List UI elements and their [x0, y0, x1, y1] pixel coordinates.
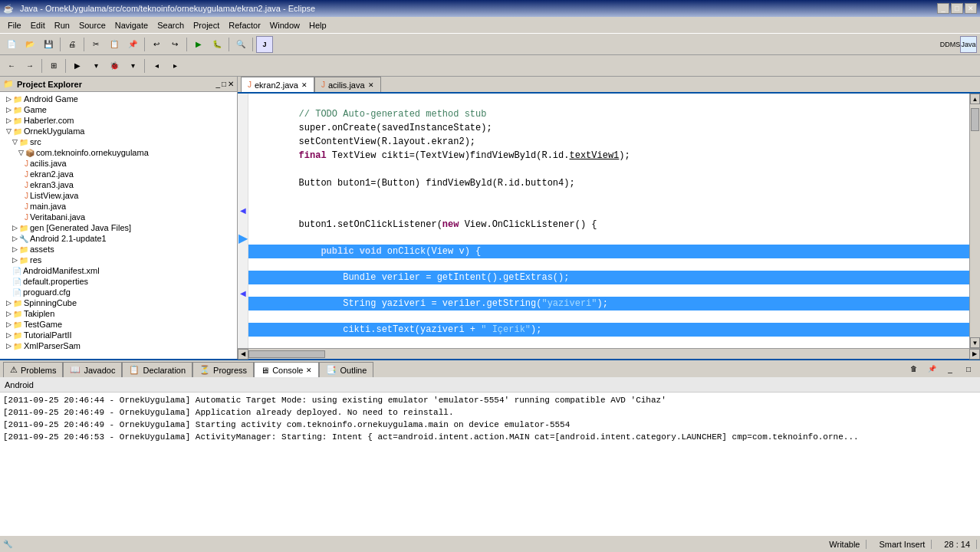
- tree-item-veritabani[interactable]: J Veritabani.java: [0, 212, 237, 222]
- menu-file[interactable]: File: [3, 19, 26, 31]
- scroll-down-button[interactable]: ▼: [970, 337, 980, 348]
- tree-item-res[interactable]: ▷ 📁 res: [0, 255, 237, 265]
- menu-window[interactable]: Window: [265, 19, 304, 31]
- console-minimize-button[interactable]: _: [942, 360, 959, 377]
- expand-icon: ▷: [6, 299, 12, 307]
- tree-item-xmlparsersam[interactable]: ▷ 📁 XmlParserSam: [0, 340, 237, 351]
- menu-navigate[interactable]: Navigate: [110, 19, 153, 31]
- tab-progress[interactable]: ⏳ Progress: [192, 362, 254, 377]
- run-button[interactable]: ▶: [190, 36, 207, 53]
- tree-label: main.java: [30, 202, 66, 211]
- tab-close-console[interactable]: ✕: [306, 366, 312, 374]
- cut-button[interactable]: ✂: [87, 36, 104, 53]
- console-content: [2011-09-25 20:46:44 - OrnekUygulama] Au…: [0, 393, 980, 535]
- horizontal-scrollbar[interactable]: ◀ ▶: [238, 348, 980, 359]
- hierarchy-button[interactable]: ⊞: [45, 58, 62, 74]
- menu-source[interactable]: Source: [74, 19, 110, 31]
- scroll-left-button[interactable]: ◀: [238, 349, 248, 360]
- code-editor[interactable]: ◀ ▶ ◀ // TODO Auto-generated method stub…: [238, 94, 980, 348]
- h-scroll-track[interactable]: [248, 350, 969, 358]
- debug-drop-button[interactable]: ▾: [124, 58, 141, 74]
- tab-javadoc[interactable]: 📖 Javadoc: [63, 362, 122, 377]
- tree-item-assets[interactable]: ▷ 📁 assets: [0, 244, 237, 255]
- scroll-thumb[interactable]: [971, 108, 979, 131]
- maximize-button[interactable]: □: [951, 3, 963, 14]
- pe-maximize-icon[interactable]: □: [222, 80, 226, 88]
- debug-button[interactable]: 🐛: [209, 36, 225, 53]
- forward-button[interactable]: →: [21, 58, 38, 74]
- console-clear-button[interactable]: 🗑: [905, 360, 922, 377]
- tab-close-ekran2[interactable]: ✕: [301, 81, 307, 89]
- menu-edit[interactable]: Edit: [26, 19, 50, 31]
- tree-item-spinningcube[interactable]: ▷ 📁 SpinningCube: [0, 297, 237, 308]
- copy-button[interactable]: 📋: [106, 36, 123, 53]
- vertical-scrollbar[interactable]: ▲ ▼: [969, 94, 980, 348]
- paste-button[interactable]: 📌: [124, 36, 141, 53]
- console-pin-button[interactable]: 📌: [923, 360, 940, 377]
- tree-item-main[interactable]: J main.java: [0, 201, 237, 212]
- tab-acilis[interactable]: J acilis.java ✕: [314, 77, 381, 92]
- pe-minimize-icon[interactable]: _: [215, 80, 220, 88]
- run-drop-button[interactable]: ▾: [87, 58, 104, 74]
- tab-problems[interactable]: ⚠ Problems: [3, 362, 63, 377]
- menu-project[interactable]: Project: [189, 19, 224, 31]
- java-icon: J: [25, 159, 28, 168]
- pe-close-icon[interactable]: ✕: [228, 80, 234, 88]
- redo-button[interactable]: ↪: [166, 36, 183, 53]
- tree-item-ekran2[interactable]: J ekran2.java: [0, 169, 237, 179]
- ddms-button[interactable]: DDMS: [942, 36, 959, 53]
- console-maximize-button[interactable]: □: [960, 360, 977, 377]
- search-button[interactable]: 🔍: [232, 36, 249, 53]
- undo-button[interactable]: ↩: [148, 36, 165, 53]
- tree-item-haberler[interactable]: ▷ 📁 Haberler.com: [0, 115, 237, 126]
- tree-item-game[interactable]: ▷ 📁 Game: [0, 104, 237, 115]
- scroll-up-button[interactable]: ▲: [970, 94, 980, 104]
- tree-item-gen[interactable]: ▷ 📁 gen [Generated Java Files]: [0, 222, 237, 233]
- menu-refactor[interactable]: Refactor: [224, 19, 265, 31]
- tree-item-testgame[interactable]: ▷ 📁 TestGame: [0, 319, 237, 330]
- tree-item-listview[interactable]: J ListView.java: [0, 190, 237, 201]
- java-perspective[interactable]: J: [256, 36, 273, 53]
- nav-next-button[interactable]: ▸: [166, 58, 183, 74]
- cursor-position: 28 : 14: [938, 540, 977, 549]
- tab-outline[interactable]: 📑 Outline: [319, 362, 373, 377]
- expand-icon: ▷: [12, 245, 18, 253]
- save-button[interactable]: 💾: [40, 36, 57, 53]
- tree-item-ornekuygulama[interactable]: ▽ 📁 OrnekUygulama: [0, 126, 237, 136]
- open-button[interactable]: 📂: [21, 36, 38, 53]
- java-button[interactable]: Java: [960, 36, 977, 53]
- minimize-button[interactable]: _: [937, 3, 949, 14]
- tree-item-androidmanifest[interactable]: 📄 AndroidManifest.xml: [0, 265, 237, 276]
- new-button[interactable]: 📄: [3, 36, 20, 53]
- tree-item-proguard[interactable]: 📄 proguard.cfg: [0, 287, 237, 297]
- menu-run[interactable]: Run: [50, 19, 74, 31]
- tab-close-acilis[interactable]: ✕: [368, 81, 374, 89]
- nav-prev-button[interactable]: ◂: [148, 58, 165, 74]
- java-icon: J: [25, 192, 28, 200]
- tree-item-android21[interactable]: ▷ 🔧 Android 2.1-update1: [0, 233, 237, 244]
- tree-item-android-game[interactable]: ▷ 📁 Android Game: [0, 94, 237, 104]
- scroll-right-button[interactable]: ▶: [969, 349, 980, 360]
- tree-item-acilis[interactable]: J acilis.java: [0, 158, 237, 169]
- tree-item-tutorialpartii[interactable]: ▷ 📁 TutorialPartII: [0, 330, 237, 340]
- tree-item-takiplen[interactable]: ▷ 📁 Takiplen: [0, 308, 237, 319]
- tree-item-ekran3[interactable]: J ekran3.java: [0, 179, 237, 190]
- tab-declaration[interactable]: 📋 Declaration: [122, 362, 192, 377]
- tree-item-default-props[interactable]: 📄 default.properties: [0, 276, 237, 287]
- back-button[interactable]: ←: [3, 58, 20, 74]
- print-button[interactable]: 🖨: [64, 36, 81, 53]
- menu-search[interactable]: Search: [153, 19, 189, 31]
- tab-ekran2[interactable]: J ekran2.java ✕: [241, 77, 314, 92]
- h-scroll-thumb[interactable]: [248, 350, 325, 358]
- scroll-track[interactable]: [970, 104, 980, 337]
- menu-help[interactable]: Help: [304, 19, 331, 31]
- code-content[interactable]: // TODO Auto-generated method stub super…: [248, 94, 969, 348]
- debug2-button[interactable]: 🐞: [106, 58, 123, 74]
- run2-button[interactable]: ▶: [69, 58, 86, 74]
- tree-item-package[interactable]: ▽ 📦 com.teknoinfo.ornekuygulama: [0, 147, 237, 158]
- java-icon: J: [25, 213, 28, 222]
- close-button[interactable]: ✕: [965, 3, 977, 14]
- pe-tree[interactable]: ▷ 📁 Android Game ▷ 📁 Game ▷ 📁 Haberler.c…: [0, 92, 237, 359]
- tab-console[interactable]: 🖥 Console ✕: [254, 362, 319, 377]
- tree-item-src[interactable]: ▽ 📁 src: [0, 136, 237, 147]
